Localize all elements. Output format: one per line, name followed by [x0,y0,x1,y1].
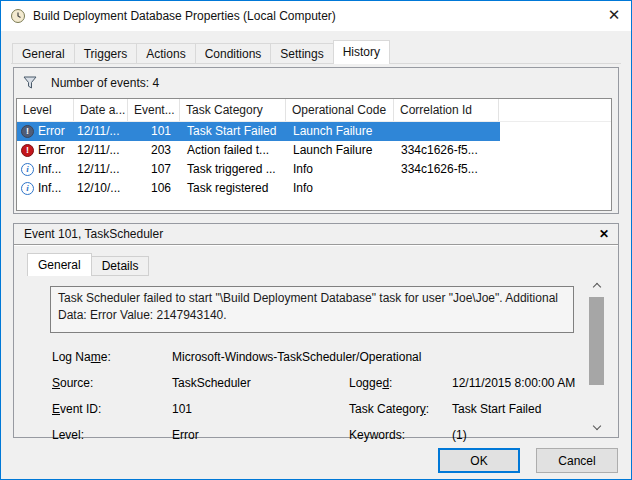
keywords-label: Keywords: [349,428,405,442]
event-list[interactable]: Level Date a... Event... Task Category O… [16,98,612,211]
event-correlation-id [395,179,500,198]
event-level: Error [38,141,65,160]
cancel-button[interactable]: Cancel [536,448,618,473]
keywords-value: (1) [452,428,467,442]
event-id-label: Event ID: [52,402,101,416]
tab-preview-general[interactable]: General [27,253,92,276]
event-count-label: Number of events: 4 [51,68,159,98]
tab-preview-details[interactable]: Details [91,256,150,276]
tab-history[interactable]: History [333,40,390,64]
logged-value: 12/11/2015 8:00:00 AM [452,376,575,390]
scrollbar-thumb[interactable] [589,297,604,385]
preview-scrollbar[interactable] [588,278,605,433]
event-date: 12/11/... [75,160,129,179]
properties-dialog: Build Deployment Database Properties (Lo… [0,0,632,480]
event-list-header: Level Date a... Event... Task Category O… [17,99,611,122]
preview-close-icon[interactable]: ✕ [599,224,609,244]
event-level: Inf... [38,160,61,179]
source-value: TaskScheduler [172,376,251,390]
task-category-value: Task Start Failed [452,402,541,416]
filter-bar: Number of events: 4 [14,68,618,98]
tab-triggers[interactable]: Triggers [74,43,138,64]
close-icon[interactable]: ✕ [597,1,631,31]
info-icon: i [21,163,34,176]
info-icon: i [21,182,34,195]
event-correlation-id: 334c1626-f5... [395,141,500,160]
event-opcode: Info [287,160,395,179]
log-name-label: Log Name: [52,350,111,364]
column-header-correlation-id[interactable]: Correlation Id [394,99,499,121]
error-icon: ! [21,144,34,157]
preview-header: Event 101, TaskScheduler ✕ [14,224,618,245]
event-detail-grid: Log Name: Microsoft-Windows-TaskSchedule… [16,346,586,450]
preview-general-content: Task Scheduler failed to start "\Build D… [16,276,616,435]
task-scheduler-clock-icon [10,8,26,24]
ok-button[interactable]: OK [438,448,520,473]
scroll-down-icon[interactable] [588,418,605,433]
scroll-up-icon[interactable] [588,278,605,293]
titlebar[interactable]: Build Deployment Database Properties (Lo… [1,1,631,31]
tab-settings[interactable]: Settings [270,43,333,64]
filter-icon[interactable] [23,76,37,92]
event-correlation-id [395,122,500,141]
event-correlation-id: 334c1626-f5... [395,160,500,179]
source-label: Source: [52,376,93,390]
events-panel: Number of events: 4 Level Date a... Even… [13,67,619,214]
event-id: 101 [129,122,181,141]
event-level: Inf... [38,179,61,198]
task-category-label: Task Category: [349,402,429,416]
window-title: Build Deployment Database Properties (Lo… [33,1,336,31]
event-row[interactable]: iInf... 12/11/... 107 Task triggered ...… [17,160,500,179]
event-opcode: Launch Failure [287,122,395,141]
column-header-date[interactable]: Date a... [74,99,128,121]
preview-title: Event 101, TaskScheduler [24,224,163,244]
column-header-level[interactable]: Level [17,99,74,121]
event-task-category: Task registered [181,179,287,198]
event-id: 106 [129,179,181,198]
event-date: 12/11/... [75,122,129,141]
tab-actions[interactable]: Actions [136,43,195,64]
tab-general[interactable]: General [12,43,75,64]
event-task-category: Task Start Failed [181,122,287,141]
column-header-event-id[interactable]: Event... [128,99,180,121]
level-value: Error [172,428,199,442]
event-task-category: Action failed t... [181,141,287,160]
event-description[interactable]: Task Scheduler failed to start "\Build D… [50,286,574,333]
event-row[interactable]: !Error 12/11/... 101 Task Start Failed L… [17,122,500,141]
tab-strip: General Triggers Actions Conditions Sett… [12,40,389,64]
logged-label: Logged: [349,376,392,390]
column-header-operational-code[interactable]: Operational Code [286,99,394,121]
column-header-task-category[interactable]: Task Category [180,99,286,121]
event-opcode: Info [287,179,395,198]
event-id-value: 101 [172,402,192,416]
preview-tab-strip: General Details [27,253,148,276]
event-date: 12/11/... [75,141,129,160]
error-icon: ! [21,125,34,138]
level-label: Level: [52,428,84,442]
event-level: Error [38,122,65,141]
event-date: 12/10/... [75,179,129,198]
event-row[interactable]: iInf... 12/10/... 106 Task registered In… [17,179,500,198]
event-opcode: Launch Failure [287,141,395,160]
column-header-filler [499,99,611,121]
event-id: 107 [129,160,181,179]
log-name-value: Microsoft-Windows-TaskScheduler/Operatio… [172,350,421,364]
event-row[interactable]: !Error 12/11/... 203 Action failed t... … [17,141,500,160]
event-task-category: Task triggered ... [181,160,287,179]
event-preview-pane: Event 101, TaskScheduler ✕ General Detai… [13,223,619,438]
tab-conditions[interactable]: Conditions [195,43,272,64]
event-id: 203 [129,141,181,160]
